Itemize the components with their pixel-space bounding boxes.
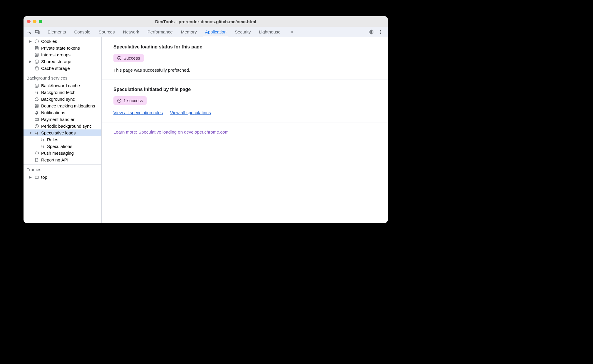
sidebar-item-push-messaging[interactable]: Push messaging bbox=[24, 150, 101, 156]
sidebar-item-bounce-tracking[interactable]: Bounce tracking mitigations bbox=[24, 102, 101, 109]
minimize-window-button[interactable] bbox=[33, 20, 36, 23]
sidebar-item-label: Payment handler bbox=[41, 117, 74, 122]
credit-card-icon bbox=[34, 117, 39, 122]
check-circle-icon bbox=[117, 56, 122, 60]
panel-body: ▶ Cookies Private state tokens Interest … bbox=[24, 37, 388, 223]
sidebar-item-label: Speculative loads bbox=[41, 130, 76, 135]
sidebar-item-label: Reporting API bbox=[41, 157, 68, 162]
devtools-window: DevTools - prerender-demos.glitch.me/nex… bbox=[24, 16, 388, 223]
expand-arrow-icon: ▶ bbox=[29, 176, 32, 179]
tab-label: Console bbox=[74, 29, 91, 34]
tab-lighthouse[interactable]: Lighthouse bbox=[255, 27, 284, 37]
sidebar-item-label: Bounce tracking mitigations bbox=[41, 103, 95, 108]
speculative-loads-panel: Speculative loading status for this page… bbox=[102, 37, 388, 223]
fetch-icon bbox=[40, 144, 45, 149]
svg-point-17 bbox=[118, 56, 121, 60]
sidebar-item-shared-storage[interactable]: ▶ Shared storage bbox=[24, 58, 101, 65]
svg-rect-16 bbox=[35, 176, 38, 178]
sidebar-item-reporting-api[interactable]: Reporting API bbox=[24, 156, 101, 163]
sidebar-item-label: Background fetch bbox=[41, 90, 76, 95]
tab-label: Application bbox=[205, 29, 227, 34]
database-icon bbox=[34, 59, 39, 64]
tab-label: Performance bbox=[148, 29, 173, 34]
tab-label: Elements bbox=[48, 29, 66, 34]
fetch-icon bbox=[34, 90, 39, 95]
initiated-badge-label: 1 success bbox=[123, 98, 143, 103]
sidebar-item-label: Private state tokens bbox=[41, 45, 80, 50]
sidebar-section-background-services: Background services bbox=[24, 73, 101, 82]
titlebar: DevTools - prerender-demos.glitch.me/nex… bbox=[24, 16, 388, 27]
initiated-badge: 1 success bbox=[113, 96, 147, 105]
close-window-button[interactable] bbox=[27, 20, 31, 23]
svg-point-18 bbox=[118, 99, 121, 102]
sidebar-item-background-sync[interactable]: Background sync bbox=[24, 96, 101, 102]
sidebar-item-label: Background sync bbox=[41, 97, 75, 102]
tab-label: Sources bbox=[99, 29, 115, 34]
tab-console[interactable]: Console bbox=[70, 27, 95, 37]
sidebar-item-label: Interest groups bbox=[41, 52, 71, 57]
svg-point-9 bbox=[35, 53, 38, 54]
tab-network[interactable]: Network bbox=[119, 27, 143, 37]
tab-sources[interactable]: Sources bbox=[95, 27, 119, 37]
sidebar-item-label: Shared storage bbox=[41, 59, 71, 64]
sidebar-item-label: Speculations bbox=[47, 144, 72, 149]
sidebar-item-label: Back/forward cache bbox=[41, 83, 80, 88]
database-icon bbox=[34, 83, 39, 88]
learn-more-block: Learn more: Speculative loading on devel… bbox=[102, 122, 388, 142]
tab-security[interactable]: Security bbox=[231, 27, 255, 37]
cookies-icon bbox=[34, 39, 39, 44]
svg-point-5 bbox=[380, 31, 381, 32]
database-icon bbox=[34, 46, 39, 50]
svg-point-4 bbox=[380, 30, 381, 31]
inspect-element-icon[interactable] bbox=[26, 29, 32, 35]
sidebar-item-top-frame[interactable]: ▶ top bbox=[24, 174, 101, 181]
sidebar-item-speculations[interactable]: Speculations bbox=[24, 143, 101, 150]
sidebar-item-speculative-loads[interactable]: ▼ Speculative loads bbox=[24, 129, 101, 136]
speculation-links: View all speculation rules · View all sp… bbox=[113, 110, 376, 115]
sidebar-item-cache-storage[interactable]: Cache storage bbox=[24, 65, 101, 72]
sidebar-item-interest-groups[interactable]: Interest groups bbox=[24, 51, 101, 58]
sidebar-section-frames: Frames bbox=[24, 164, 101, 174]
sidebar-item-rules[interactable]: Rules bbox=[24, 136, 101, 143]
maximize-window-button[interactable] bbox=[39, 20, 42, 23]
bell-icon bbox=[34, 110, 39, 115]
sidebar-item-periodic-bg-sync[interactable]: Periodic background sync bbox=[24, 123, 101, 129]
view-all-rules-link[interactable]: View all speculation rules bbox=[113, 110, 163, 115]
sidebar-item-private-state-tokens[interactable]: Private state tokens bbox=[24, 45, 101, 51]
tab-memory[interactable]: Memory bbox=[177, 27, 201, 37]
device-toolbar-icon[interactable] bbox=[35, 29, 40, 35]
sidebar-item-label: Periodic background sync bbox=[41, 124, 92, 129]
status-description: This page was successfully prefetched. bbox=[113, 68, 376, 73]
svg-point-3 bbox=[371, 31, 372, 33]
status-badge-label: Success bbox=[123, 55, 140, 60]
tab-performance[interactable]: Performance bbox=[143, 27, 177, 37]
sidebar-item-background-fetch[interactable]: Background fetch bbox=[24, 89, 101, 96]
svg-point-13 bbox=[35, 104, 38, 105]
status-block: Speculative loading status for this page… bbox=[102, 37, 388, 80]
svg-point-12 bbox=[35, 84, 38, 85]
view-all-speculations-link[interactable]: View all speculations bbox=[170, 110, 211, 115]
fetch-icon bbox=[40, 137, 45, 142]
main-toolbar: Elements Console Sources Network Perform… bbox=[24, 27, 388, 37]
sync-icon bbox=[34, 97, 39, 102]
sidebar-item-cookies[interactable]: ▶ Cookies bbox=[24, 38, 101, 45]
more-tabs-button[interactable] bbox=[285, 27, 298, 37]
sidebar-item-label: top bbox=[41, 175, 47, 180]
tab-elements[interactable]: Elements bbox=[43, 27, 70, 37]
sidebar-item-back-forward-cache[interactable]: Back/forward cache bbox=[24, 82, 101, 89]
tab-application[interactable]: Application bbox=[201, 27, 231, 37]
sidebar-item-label: Cookies bbox=[41, 39, 57, 44]
sidebar-item-label: Notifications bbox=[41, 110, 65, 115]
more-options-icon[interactable] bbox=[378, 29, 383, 35]
svg-point-7 bbox=[35, 40, 38, 43]
cloud-icon bbox=[34, 151, 39, 156]
svg-rect-14 bbox=[35, 118, 38, 121]
database-icon bbox=[34, 53, 39, 57]
settings-icon[interactable] bbox=[368, 29, 374, 35]
sidebar-item-payment-handler[interactable]: Payment handler bbox=[24, 116, 101, 123]
sidebar-item-label: Push messaging bbox=[41, 151, 74, 156]
svg-point-11 bbox=[35, 67, 38, 68]
initiated-heading: Speculations initiated by this page bbox=[113, 87, 376, 92]
learn-more-link[interactable]: Learn more: Speculative loading on devel… bbox=[113, 129, 229, 134]
sidebar-item-notifications[interactable]: Notifications bbox=[24, 109, 101, 116]
